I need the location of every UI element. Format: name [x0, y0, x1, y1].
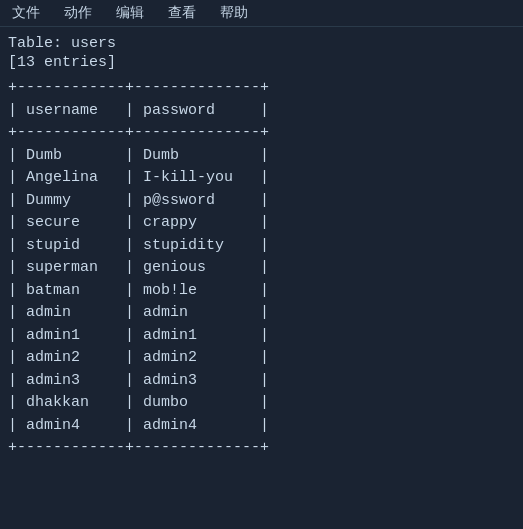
app: 文件 动作 编辑 查看 帮助 Table: users [13 entries]… [0, 0, 523, 529]
menu-help[interactable]: 帮助 [216, 2, 252, 24]
menu-bar: 文件 动作 编辑 查看 帮助 [0, 0, 523, 27]
content-area: Table: users [13 entries] +------------+… [0, 27, 523, 529]
table-entries: [13 entries] [8, 54, 515, 71]
menu-action[interactable]: 动作 [60, 2, 96, 24]
ascii-table: +------------+--------------+ | username… [8, 75, 515, 460]
menu-file[interactable]: 文件 [8, 2, 44, 24]
menu-edit[interactable]: 编辑 [112, 2, 148, 24]
table-title: Table: users [8, 35, 515, 52]
menu-view[interactable]: 查看 [164, 2, 200, 24]
